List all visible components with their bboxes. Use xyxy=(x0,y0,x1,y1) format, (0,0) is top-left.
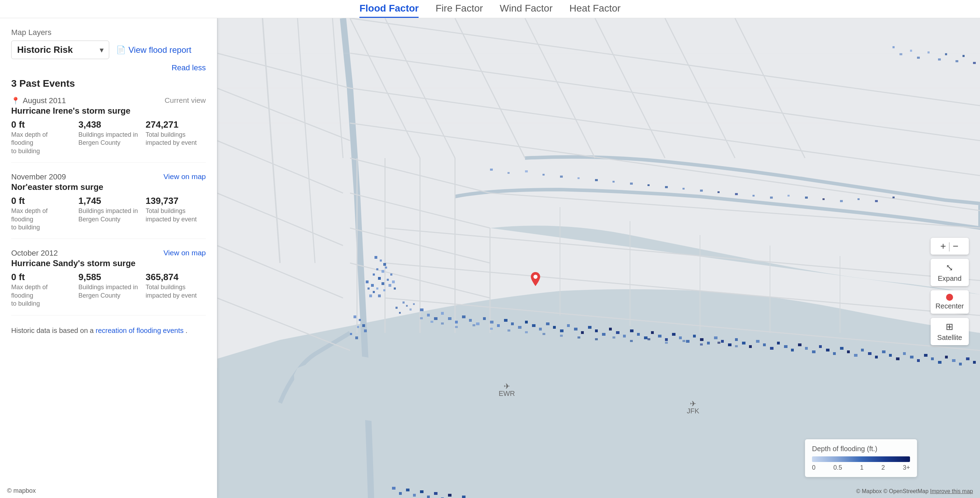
svg-rect-176 xyxy=(612,181,615,182)
document-icon: 📄 xyxy=(116,46,126,55)
map-location-marker xyxy=(528,272,542,291)
svg-rect-222 xyxy=(413,303,415,305)
svg-rect-66 xyxy=(364,330,367,332)
svg-rect-213 xyxy=(434,492,438,495)
svg-rect-217 xyxy=(462,496,466,498)
svg-rect-76 xyxy=(469,319,472,322)
svg-rect-151 xyxy=(441,322,444,325)
stat-label-depth-norester: Max depth of floodingto building xyxy=(11,207,72,232)
flood-report-link[interactable]: 📄 View flood report xyxy=(116,45,191,55)
nav-item-flood[interactable]: Flood Factor xyxy=(360,0,419,18)
svg-rect-144 xyxy=(945,356,948,358)
svg-rect-88 xyxy=(553,326,556,329)
stat-buildings-county-norester: 1,745 Buildings impacted inBergen County xyxy=(78,195,138,232)
svg-rect-182 xyxy=(718,191,720,193)
svg-rect-71 xyxy=(434,317,438,320)
recreation-link[interactable]: recreation of flooding events xyxy=(95,327,183,334)
svg-rect-169 xyxy=(490,168,493,171)
svg-rect-159 xyxy=(578,336,580,339)
svg-rect-55 xyxy=(383,289,385,291)
read-less-row: Read less xyxy=(11,63,206,72)
svg-rect-54 xyxy=(378,295,381,297)
recenter-button[interactable]: Recenter xyxy=(931,290,969,314)
satellite-button[interactable]: ⊞ Satellite xyxy=(931,318,969,345)
svg-rect-178 xyxy=(648,184,650,186)
svg-rect-166 xyxy=(700,343,703,346)
expand-button[interactable]: ⤡ Expand xyxy=(931,259,969,286)
view-on-map-norester[interactable]: View on map xyxy=(164,173,206,181)
svg-rect-193 xyxy=(892,46,895,48)
svg-rect-70 xyxy=(427,314,430,317)
svg-rect-131 xyxy=(854,354,858,357)
svg-rect-108 xyxy=(693,335,696,338)
event-stats-irene: 0 ft Max depth of floodingto building 3,… xyxy=(11,119,206,155)
satellite-icon: ⊞ xyxy=(946,321,953,332)
svg-rect-95 xyxy=(602,333,606,336)
svg-rect-170 xyxy=(508,172,510,174)
improve-map-link[interactable]: Improve this map xyxy=(930,488,973,494)
stat-depth-irene: 0 ft Max depth of floodingto building xyxy=(11,119,72,155)
svg-rect-187 xyxy=(805,197,808,199)
event-name-irene: Hurricane Irene's storm surge xyxy=(11,106,130,116)
stat-label-county-irene: Buildings impacted inBergen County xyxy=(78,131,138,147)
stat-depth-sandy: 0 ft Max depth of floodingto building xyxy=(11,272,72,308)
svg-rect-115 xyxy=(742,342,746,344)
svg-rect-135 xyxy=(882,351,886,353)
svg-rect-163 xyxy=(648,338,650,340)
svg-rect-224 xyxy=(399,312,401,314)
svg-rect-81 xyxy=(504,319,508,322)
svg-rect-171 xyxy=(525,170,528,173)
nav-item-fire[interactable]: Fire Factor xyxy=(435,0,483,18)
svg-rect-221 xyxy=(409,308,412,311)
svg-rect-40 xyxy=(374,256,377,259)
svg-rect-212 xyxy=(427,496,430,498)
read-less-button[interactable]: Read less xyxy=(172,63,206,72)
svg-rect-164 xyxy=(665,342,668,344)
svg-rect-154 xyxy=(490,328,493,330)
zoom-out-button[interactable]: − xyxy=(953,241,959,252)
svg-rect-97 xyxy=(616,331,619,334)
map-layer-dropdown[interactable]: Historic Risk ▾ xyxy=(11,41,109,59)
svg-rect-74 xyxy=(455,321,458,324)
svg-rect-219 xyxy=(402,301,405,304)
svg-rect-123 xyxy=(798,343,802,346)
svg-rect-174 xyxy=(578,177,580,179)
recenter-icon xyxy=(946,294,953,301)
svg-rect-130 xyxy=(847,351,850,353)
view-on-map-sandy[interactable]: View on map xyxy=(164,249,206,257)
event-header-sandy: October 2012 Hurricane Sandy's storm sur… xyxy=(11,249,206,268)
zoom-in-button[interactable]: + xyxy=(940,241,947,252)
zoom-controls[interactable]: + | − xyxy=(931,238,969,255)
svg-rect-103 xyxy=(658,335,662,338)
svg-rect-41 xyxy=(380,260,382,262)
svg-rect-189 xyxy=(840,200,843,202)
svg-rect-161 xyxy=(612,336,615,339)
svg-rect-44 xyxy=(382,270,384,273)
legend-label-3: 3+ xyxy=(903,464,910,471)
stat-total-buildings-irene: 274,271 Total buildingsimpacted by event xyxy=(146,119,206,155)
stat-total-buildings-norester: 139,737 Total buildingsimpacted by event xyxy=(146,195,206,232)
svg-rect-69 xyxy=(420,308,423,311)
nav-item-wind[interactable]: Wind Factor xyxy=(500,0,553,18)
svg-rect-45 xyxy=(373,273,375,276)
nav-item-heat[interactable]: Heat Factor xyxy=(570,0,620,18)
svg-text:✈: ✈ xyxy=(504,382,510,391)
event-stats-sandy: 0 ft Max depth of floodingto building 9,… xyxy=(11,272,206,308)
svg-rect-183 xyxy=(735,193,738,195)
svg-rect-137 xyxy=(896,357,899,360)
stat-label-county-norester: Buildings impacted inBergen County xyxy=(78,207,138,224)
stat-label-county-sandy: Buildings impacted inBergen County xyxy=(78,283,138,300)
svg-rect-96 xyxy=(609,328,612,330)
svg-rect-127 xyxy=(826,349,829,352)
event-date-irene: 📍 August 2011 xyxy=(11,96,130,105)
svg-rect-64 xyxy=(362,324,365,327)
svg-rect-61 xyxy=(394,287,396,290)
svg-rect-77 xyxy=(476,322,479,325)
svg-rect-109 xyxy=(700,338,703,341)
event-card-irene: 📍 August 2011 Hurricane Irene's storm su… xyxy=(11,96,206,163)
stat-label-depth-sandy: Max depth of floodingto building xyxy=(11,283,72,308)
svg-rect-207 xyxy=(392,487,396,490)
svg-rect-72 xyxy=(441,312,444,315)
svg-rect-90 xyxy=(567,324,570,327)
svg-rect-60 xyxy=(392,281,395,283)
